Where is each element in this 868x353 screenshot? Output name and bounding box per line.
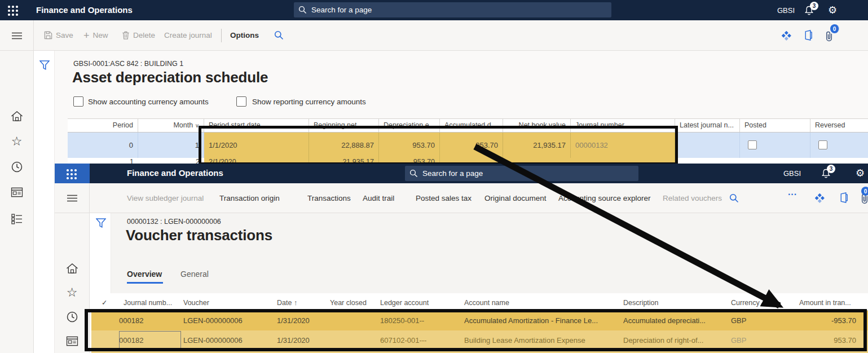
column-header-depreciation[interactable]: Depreciation e... [379,119,440,133]
show-accounting-currency-checkbox[interactable] [73,96,83,107]
col-amount[interactable]: Amount in tran... [799,295,851,311]
plus-icon: + [83,30,90,41]
delete-button[interactable]: Delete [122,20,155,50]
menu-related-vouchers[interactable]: Related vouchers [663,183,722,213]
depreciation-grid: Period Month ∨ Period start date Beginni… [68,118,868,165]
menu-accounting-source-explorer[interactable]: Accounting source explorer [558,183,651,213]
workspaces-form-icon[interactable] [11,187,23,197]
menu-transactions[interactable]: Transactions [307,183,351,213]
home-icon[interactable] [11,111,23,122]
menu-posted-sales-tax[interactable]: Posted sales tax [416,183,472,213]
col-journal[interactable]: Journal numb... [124,295,172,311]
office-book-icon[interactable] [803,30,813,41]
table-row[interactable]: 000182 LGEN-000000006 1/31/2020 180250-0… [91,311,868,330]
col-description[interactable]: Description [623,295,659,311]
table-row[interactable]: 000182 LGEN-000000006 1/31/2020 607102-0… [91,330,868,350]
column-header-beginning-net[interactable]: Beginning net ... [309,119,379,133]
cell-beginning-net[interactable]: 22,888.87 [309,133,379,158]
app-launcher-waffle-icon-2[interactable] [55,164,90,183]
tab-overview[interactable]: Overview [127,270,162,279]
trash-icon [122,31,130,39]
filter-funnel-icon[interactable] [39,60,50,70]
office-book-icon-2[interactable] [839,192,849,203]
app-header-bar: Finance and Operations Search for a page… [0,0,868,20]
column-header-latest-journal[interactable]: Latest journal n... [675,119,740,133]
column-header-reversed[interactable]: Reversed [810,119,868,133]
menu-transaction-origin[interactable]: Transaction origin [219,183,280,213]
nav-strip-2 [55,183,90,213]
home-icon-2[interactable] [66,263,78,274]
cell-latest-journal[interactable] [675,133,740,158]
menu-audit-trail[interactable]: Audit trail [363,183,394,213]
left-navigation-rail-2: ☆ [55,213,90,353]
search-page-input-2[interactable]: Search for a page [405,166,638,181]
create-journal-button[interactable]: Create journal [164,20,212,50]
favorites-star-icon-2[interactable]: ☆ [67,286,78,299]
app-launcher-waffle-icon[interactable] [8,6,19,16]
row-currency: GBP [731,330,776,350]
column-header-period-start[interactable]: Period start date [204,119,309,133]
col-date[interactable]: Date ↑ [277,295,297,311]
menu-view-subledger-journal[interactable]: View subledger journal [127,183,204,213]
cell-accumulated[interactable]: 953.70 [440,133,503,158]
column-header-period[interactable]: Period [68,119,138,133]
row-ledger-account-link[interactable]: 180250-001-- [380,311,462,330]
search-page-input[interactable]: Search for a page [294,2,611,17]
cell-period[interactable]: 0 [68,133,138,158]
environment-diamonds-icon-2[interactable] [815,193,825,203]
col-currency[interactable]: Currency [731,295,760,311]
row-voucher[interactable]: LGEN-000000006 [183,311,274,330]
tab-general[interactable]: General [180,270,209,279]
show-reporting-currency-checkbox[interactable] [236,96,246,107]
environment-diamonds-icon[interactable] [782,31,791,41]
cell-depreciation[interactable]: 953.70 [379,133,440,158]
app-title: Finance and Operations [36,5,133,15]
company-picker[interactable]: GBSI [777,6,795,15]
recent-clock-icon-2[interactable] [67,311,78,323]
cell-journal-number-link[interactable]: 00000132 [571,133,675,158]
settings-gear-icon[interactable]: ⚙ [828,5,837,16]
action-toolbar: Save + New Delete Create journal Options [0,20,868,51]
filter-funnel-icon-2[interactable] [96,218,106,228]
hamburger-icon-2[interactable] [67,195,77,202]
row-voucher[interactable]: LGEN-000000006 [183,330,274,350]
column-header-net-book[interactable]: Net book value [503,119,571,133]
toolbar-search-icon-2[interactable] [729,193,739,203]
row-ledger-account-link[interactable]: 607102-001--- [380,330,462,350]
row-date[interactable]: 1/31/2020 [277,311,328,330]
new-button[interactable]: + New [83,20,108,50]
cell-net-book[interactable]: 21,935.17 [503,133,571,158]
options-menu[interactable]: Options [230,20,259,50]
reversed-checkbox[interactable] [818,140,827,149]
posted-checkbox[interactable] [748,140,757,149]
workspaces-form-icon-2[interactable] [66,336,78,346]
more-commands-ellipsis[interactable]: ··· [788,189,797,200]
row-journal[interactable]: 000182 [119,311,180,330]
row-date[interactable]: 1/31/2020 [277,330,328,350]
modules-list-icon[interactable] [11,214,23,224]
app-title-2: Finance and Operations [127,168,223,178]
cell-month[interactable]: 1 [138,133,204,158]
cell-posted [740,133,810,158]
hamburger-icon[interactable] [12,32,22,39]
company-picker-2[interactable]: GBSI [783,169,801,178]
col-ledger-account[interactable]: Ledger account [380,295,429,311]
settings-gear-icon-2[interactable]: ⚙ [856,167,865,179]
col-account-name[interactable]: Account name [464,295,509,311]
column-header-month[interactable]: Month ∨ [138,119,204,133]
app-header-bar-2: Finance and Operations Search for a page… [55,164,868,183]
cell-period-start[interactable]: 1/1/2020 [204,133,309,158]
select-all-check-icon[interactable]: ✓ [102,295,107,311]
favorites-star-icon[interactable]: ☆ [11,135,23,148]
row-year-closed [330,330,378,350]
col-voucher[interactable]: Voucher [183,295,209,311]
column-header-journal-number[interactable]: Journal number [571,119,675,133]
menu-original-document[interactable]: Original document [484,183,547,213]
column-header-accumulated[interactable]: Accumulated d... [440,119,503,133]
recent-clock-icon[interactable] [11,161,23,173]
toolbar-search-icon[interactable] [274,30,284,40]
column-header-posted[interactable]: Posted [740,119,810,133]
col-year-closed[interactable]: Year closed [330,295,367,311]
save-button[interactable]: Save [44,20,73,50]
row-account-name: Accumulated Amortization - Finance Le... [464,311,621,330]
